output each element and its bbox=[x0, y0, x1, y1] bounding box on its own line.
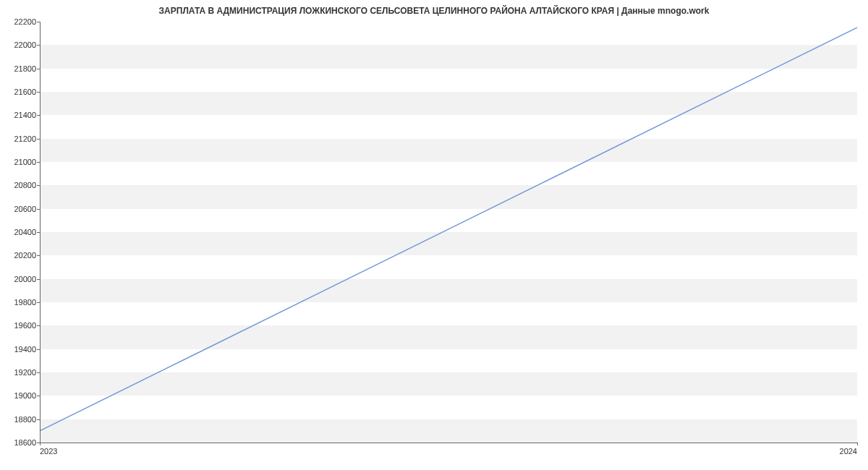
y-tick-mark bbox=[37, 349, 40, 350]
y-tick-label: 20000 bbox=[4, 275, 36, 283]
y-tick-label: 20800 bbox=[4, 181, 36, 189]
y-tick-mark bbox=[37, 396, 40, 396]
y-tick-mark bbox=[37, 325, 40, 326]
y-tick-label: 18600 bbox=[4, 438, 36, 447]
chart-title: ЗАРПЛАТА В АДМИНИСТРАЦИЯ ЛОЖКИНСКОГО СЕЛ… bbox=[0, 6, 868, 16]
data-line bbox=[40, 27, 857, 431]
y-tick-label: 21000 bbox=[4, 158, 36, 166]
y-tick-mark bbox=[37, 372, 40, 373]
y-tick-label: 20600 bbox=[4, 205, 36, 213]
y-tick-label: 22200 bbox=[4, 17, 36, 26]
y-tick-mark bbox=[37, 185, 40, 186]
y-tick-label: 21600 bbox=[4, 87, 36, 96]
y-tick-mark bbox=[37, 22, 40, 22]
y-tick-mark bbox=[37, 139, 40, 140]
y-tick-label: 21400 bbox=[4, 111, 36, 119]
x-tick-label: 2023 bbox=[40, 447, 57, 456]
y-tick-mark bbox=[37, 255, 40, 256]
x-tick-mark bbox=[40, 443, 41, 445]
y-tick-mark bbox=[37, 162, 40, 163]
plot-area bbox=[40, 22, 857, 443]
y-tick-label: 19200 bbox=[4, 368, 36, 377]
y-tick-mark bbox=[37, 92, 40, 93]
line-series bbox=[40, 22, 857, 443]
x-tick-label: 2024 bbox=[840, 447, 857, 456]
y-tick-label: 19000 bbox=[4, 391, 36, 400]
y-tick-mark bbox=[37, 279, 40, 280]
y-tick-label: 22000 bbox=[4, 40, 36, 49]
y-tick-mark bbox=[37, 209, 40, 210]
y-tick-mark bbox=[37, 302, 40, 303]
y-axis bbox=[40, 22, 41, 443]
y-tick-label: 20400 bbox=[4, 228, 36, 236]
y-tick-label: 19600 bbox=[4, 321, 36, 330]
y-tick-mark bbox=[37, 419, 40, 420]
y-tick-label: 19400 bbox=[4, 345, 36, 354]
y-tick-label: 18800 bbox=[4, 415, 36, 424]
y-tick-label: 21800 bbox=[4, 64, 36, 73]
y-tick-label: 21200 bbox=[4, 134, 36, 143]
y-tick-label: 20200 bbox=[4, 251, 36, 260]
y-tick-mark bbox=[37, 45, 40, 46]
y-tick-label: 19800 bbox=[4, 298, 36, 307]
chart-container: ЗАРПЛАТА В АДМИНИСТРАЦИЯ ЛОЖКИНСКОГО СЕЛ… bbox=[0, 0, 868, 470]
y-tick-mark bbox=[37, 115, 40, 116]
y-tick-mark bbox=[37, 232, 40, 233]
x-tick-mark bbox=[857, 443, 858, 445]
y-tick-mark bbox=[37, 69, 40, 69]
